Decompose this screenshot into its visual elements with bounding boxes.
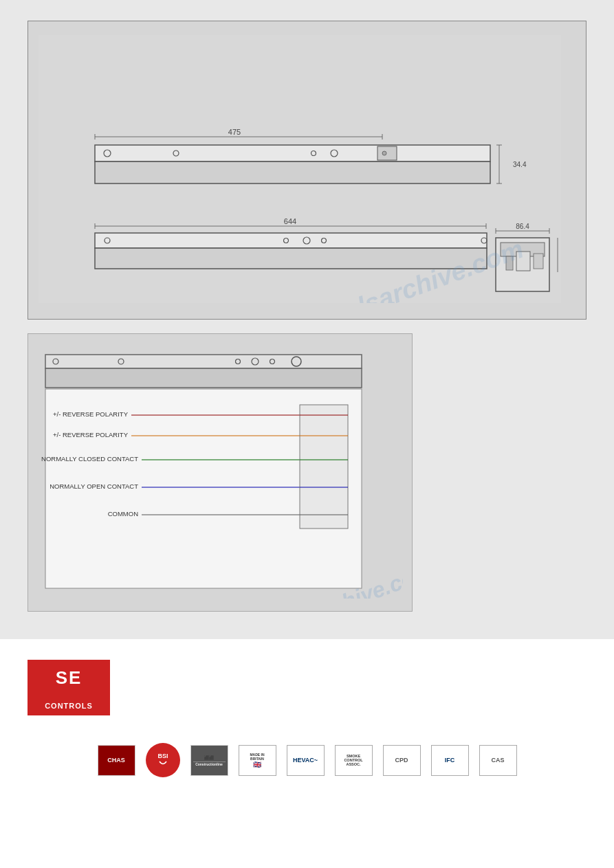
dim-864-label: 86.4	[516, 223, 529, 230]
certification-logos-row: CHAS BSI ⬛⬛ Constructionline MADE IN BRI…	[28, 743, 586, 777]
constructionline-logo: ⬛⬛ Constructionline	[190, 745, 228, 776]
se-controls-logo: SE CONTROLS	[28, 660, 110, 715]
svg-point-56	[148, 745, 178, 775]
hevac-logo: HEVAC~	[287, 745, 325, 776]
se-logo-letters: SE	[28, 660, 110, 696]
svg-rect-29	[534, 254, 543, 269]
technical-drawing-svg: 475 34.4 644	[39, 35, 561, 303]
dim-344-label: 34.4	[513, 161, 527, 168]
wire-label-4: NORMALLY OPEN CONTACT	[50, 482, 138, 490]
svg-text:BSI: BSI	[157, 753, 168, 759]
dim-475-label: 475	[228, 128, 241, 136]
se-logo-name: CONTROLS	[28, 696, 110, 715]
made-in-britain-logo: MADE IN BRITAIN 🇬🇧	[239, 745, 276, 776]
wire-label-5: COMMON	[108, 510, 138, 518]
top-section: 475 34.4 644	[0, 0, 614, 639]
svg-rect-37	[45, 368, 362, 388]
technical-drawing-box: 475 34.4 644	[28, 21, 586, 320]
wiring-diagram-box: +/- REVERSE POLARITY 24V DC +/- REVERSE …	[28, 333, 413, 612]
svg-rect-4	[95, 145, 490, 162]
svg-rect-5	[95, 162, 490, 183]
wire-label-3: NORMALLY CLOSED CONTACT	[41, 455, 138, 463]
svg-point-11	[382, 151, 386, 155]
wire-label-1: +/- REVERSE POLARITY	[53, 410, 129, 418]
svg-rect-50	[300, 405, 348, 528]
bottom-section: SE CONTROLS CHAS BSI ⬛⬛ Constructionline…	[0, 639, 614, 798]
svg-rect-18	[95, 233, 487, 248]
wire-label-2: +/- REVERSE POLARITY	[53, 431, 129, 438]
cpd-logo: CPD	[383, 745, 421, 776]
cas-logo: CAS	[479, 745, 517, 776]
smoke-control-logo: SMOKECONTROLASSOC.	[335, 745, 373, 776]
svg-rect-19	[95, 248, 487, 269]
wiring-diagram-svg: +/- REVERSE POLARITY 24V DC +/- REVERSE …	[39, 344, 403, 599]
bsi-logo: BSI	[146, 743, 180, 777]
dim-644-label: 644	[284, 217, 296, 225]
svg-rect-10	[377, 146, 397, 160]
chas-logo: CHAS	[98, 745, 135, 776]
svg-rect-36	[45, 355, 362, 368]
ifc-logo: IFC	[431, 745, 469, 776]
